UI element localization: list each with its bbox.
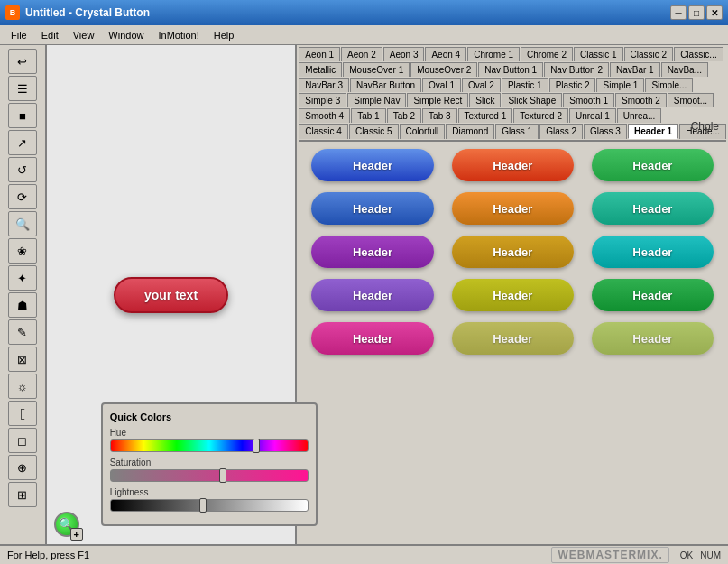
main-layout: ↩ ☰ ■ ↗ ↺ ⟳ 🔍 ❀ ✦ ☗ ✎ ⊠ ☼ ⟦ ◻ ⊕ ⊞ your t… [0, 45, 728, 544]
zoom-plus[interactable]: + [70, 528, 83, 541]
tab-metallic[interactable]: Metallic [299, 62, 342, 77]
tab-mouseover1[interactable]: MouseOver 1 [343, 62, 410, 77]
tool-rect[interactable]: ■ [8, 103, 37, 128]
tab-navbtn2[interactable]: Nav Button 2 [544, 62, 609, 77]
tab-glass1[interactable]: Glass 1 [495, 124, 539, 139]
menu-edit[interactable]: Edit [34, 28, 66, 42]
tab-simplenav[interactable]: Simple Nav [347, 93, 406, 107]
hue-label: Hue [110, 428, 309, 438]
tool-square[interactable]: ◻ [8, 428, 37, 453]
preview-button[interactable]: your text [114, 277, 228, 313]
tab-smooth-more[interactable]: Smoot... [668, 93, 714, 107]
tab-classic5[interactable]: Classic 5 [349, 124, 399, 139]
tab-navbar-btn[interactable]: NavBar Button [350, 78, 421, 92]
tab-classic1[interactable]: Classic 1 [574, 47, 623, 61]
tab-tab2[interactable]: Tab 2 [387, 108, 421, 123]
tab-slick[interactable]: Slick [469, 93, 501, 107]
tool-select[interactable]: ☰ [8, 76, 37, 101]
tab-navbtn1[interactable]: Nav Button 1 [478, 62, 543, 77]
tab-unreal1[interactable]: Unreal 1 [569, 108, 616, 123]
tool-grid[interactable]: ⊠ [8, 347, 37, 372]
gallery-btn-2-2[interactable]: Header [452, 192, 574, 225]
menu-help[interactable]: Help [207, 28, 242, 42]
tab-diamond[interactable]: Diamond [446, 124, 494, 139]
tab-plastic1[interactable]: Plastic 1 [502, 78, 548, 92]
menu-window[interactable]: Window [101, 28, 151, 42]
gallery-btn-5-1[interactable]: Header [311, 322, 433, 355]
tab-aeon1[interactable]: Aeon 1 [299, 47, 340, 61]
tab-textured1[interactable]: Textured 1 [458, 108, 513, 123]
tool-star[interactable]: ✦ [8, 265, 37, 291]
gallery-btn-2-1[interactable]: Header [311, 192, 433, 225]
gallery-btn-3-2[interactable]: Header [452, 236, 574, 268]
gallery-btn-4-1[interactable]: Header [311, 279, 433, 311]
window-controls[interactable]: ─ □ ✕ [670, 5, 723, 20]
tab-smooth2[interactable]: Smooth 2 [615, 93, 667, 107]
tab-chrome2[interactable]: Chrome 2 [521, 47, 573, 61]
tool-pen[interactable]: ✎ [8, 319, 37, 345]
tab-glass3[interactable]: Glass 3 [584, 124, 627, 139]
tab-colorfull[interactable]: Colorfull [400, 124, 446, 139]
tool-chess[interactable]: ☗ [8, 292, 37, 318]
tab-simplerect[interactable]: Simple Rect [407, 93, 468, 107]
gallery-btn-5-2[interactable]: Header [452, 322, 574, 355]
tab-plastic2[interactable]: Plastic 2 [549, 78, 596, 92]
close-button[interactable]: ✕ [706, 5, 723, 20]
tab-classic-more[interactable]: Classic... [674, 47, 723, 61]
tab-slickshape[interactable]: Slick Shape [502, 93, 562, 107]
gallery-btn-3-3[interactable]: Header [592, 236, 714, 268]
tab-aeon3[interactable]: Aeon 3 [383, 47, 425, 61]
hue-slider-track[interactable] [110, 439, 309, 452]
sat-slider-track[interactable] [110, 469, 309, 482]
tool-search[interactable]: 🔍 [8, 211, 37, 236]
tool-plus-sq[interactable]: ⊞ [8, 482, 37, 507]
tab-smooth4[interactable]: Smooth 4 [299, 108, 350, 123]
tab-navbar3[interactable]: NavBar 3 [299, 78, 349, 92]
tool-arrow[interactable]: ↗ [8, 130, 37, 155]
tab-aeon4[interactable]: Aeon 4 [425, 47, 466, 61]
tab-chrome1[interactable]: Chrome 1 [467, 47, 520, 61]
tab-unreal-more[interactable]: Unrea... [617, 108, 662, 123]
hue-slider-thumb[interactable] [253, 439, 260, 453]
tab-oval1[interactable]: Oval 1 [422, 78, 461, 92]
tab-simple1[interactable]: Simple 1 [596, 78, 644, 92]
tool-flower[interactable]: ❀ [8, 238, 37, 264]
tool-bracket[interactable]: ⟦ [8, 401, 37, 426]
tool-plus-circle[interactable]: ⊕ [8, 455, 37, 480]
gallery-btn-3-1[interactable]: Header [311, 236, 433, 268]
tab-classic2[interactable]: Classic 2 [624, 47, 674, 61]
tab-header1[interactable]: Header 1 [628, 124, 678, 139]
tab-textured2[interactable]: Textured 2 [513, 108, 568, 123]
tab-oval2[interactable]: Oval 2 [462, 78, 501, 92]
tab-tab1[interactable]: Tab 1 [351, 108, 385, 123]
tool-light[interactable]: ☼ [8, 374, 37, 399]
menu-inmotion[interactable]: InMotion! [151, 28, 206, 42]
tool-pointer[interactable]: ↩ [8, 49, 37, 74]
tab-simple-more[interactable]: Simple... [645, 78, 693, 92]
light-slider-thumb[interactable] [199, 498, 207, 513]
tool-rotate[interactable]: ↺ [8, 157, 37, 182]
tab-glass2[interactable]: Glass 2 [539, 124, 583, 139]
gallery-btn-2-3[interactable]: Header [592, 192, 714, 225]
tab-classic4[interactable]: Classic 4 [299, 124, 348, 139]
gallery-btn-1-1[interactable]: Header [311, 149, 433, 181]
tab-smooth1[interactable]: Smooth 1 [563, 93, 614, 107]
sat-slider-thumb[interactable] [219, 468, 226, 483]
tab-navbar-more[interactable]: NavBa... [661, 62, 708, 77]
gallery-btn-1-3[interactable]: Header [592, 149, 714, 181]
tool-refresh[interactable]: ⟳ [8, 184, 37, 209]
tab-tab3[interactable]: Tab 3 [422, 108, 456, 123]
tab-simple3[interactable]: Simple 3 [299, 93, 346, 107]
tab-mouseover2[interactable]: MouseOver 2 [410, 62, 477, 77]
maximize-button[interactable]: □ [688, 5, 705, 20]
light-slider-track[interactable] [110, 499, 309, 512]
gallery-btn-4-3[interactable]: Header [592, 279, 714, 311]
minimize-button[interactable]: ─ [670, 5, 687, 20]
tab-aeon2[interactable]: Aeon 2 [341, 47, 382, 61]
gallery-btn-4-2[interactable]: Header [452, 279, 574, 311]
gallery-btn-1-2[interactable]: Header [452, 149, 574, 181]
tab-navbar1[interactable]: NavBar 1 [610, 62, 660, 77]
menu-view[interactable]: View [66, 28, 102, 42]
menu-file[interactable]: File [4, 28, 34, 42]
gallery-btn-5-3[interactable]: Header [592, 322, 714, 355]
